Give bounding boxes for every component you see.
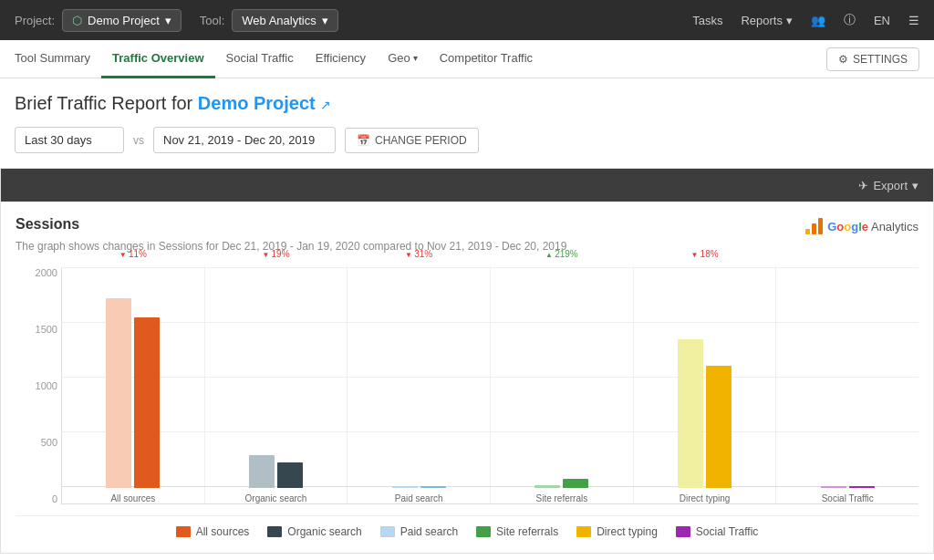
- tab-tool-summary[interactable]: Tool Summary: [15, 40, 101, 78]
- bar-label-direct-typing: Direct typing: [680, 493, 731, 503]
- sub-navigation: Tool Summary Traffic Overview Social Tra…: [0, 40, 934, 78]
- hamburger-icon[interactable]: ☰: [908, 14, 919, 27]
- bar-all-sources-curr: [134, 317, 160, 488]
- vs-label: vs: [133, 134, 144, 147]
- tab-competitor-traffic[interactable]: Competitor Traffic: [429, 40, 544, 78]
- chevron-down-icon: ▾: [786, 14, 793, 27]
- bar-label-all-sources: All sources: [110, 493, 155, 503]
- tab-efficiency[interactable]: Efficiency: [305, 40, 377, 78]
- bar-all-sources-prev: [106, 298, 131, 488]
- chevron-down-icon: ▾: [322, 14, 328, 27]
- bar-label-organic-search: Organic search: [245, 493, 307, 503]
- legend-item-direct-typing: Direct typing: [576, 525, 658, 538]
- chevron-down-icon: ▾: [413, 53, 418, 63]
- legend-swatch-social-traffic: [676, 526, 690, 537]
- legend-swatch-all-sources: [176, 526, 191, 537]
- date-period-selector[interactable]: Last 30 days: [15, 127, 124, 153]
- legend-swatch-direct-typing: [576, 526, 591, 537]
- chart-section: ✈ Export ▾ Sessions Google Analytics: [0, 168, 934, 554]
- legend-swatch-site-referrals: [476, 526, 491, 537]
- settings-button[interactable]: ⚙ SETTINGS: [826, 47, 919, 71]
- bar-referrals-curr: [563, 479, 588, 488]
- chevron-down-icon: ▾: [912, 179, 918, 192]
- tool-selector[interactable]: Web Analytics ▾: [232, 9, 337, 32]
- reports-link[interactable]: Reports ▾: [741, 14, 793, 27]
- chart-header: Sessions Google Analytics: [16, 216, 918, 236]
- bar-direct-curr: [706, 366, 732, 488]
- legend-item-paid-search: Paid search: [380, 525, 458, 538]
- bar-chart: 2000 1500 1000 500 0: [16, 267, 918, 504]
- tab-geo[interactable]: Geo ▾: [377, 40, 429, 78]
- percent-site-referrals: 219%: [545, 249, 578, 259]
- svg-rect-0: [805, 229, 810, 234]
- bar-label-paid-search: Paid search: [395, 493, 443, 503]
- y-label-1000: 1000: [36, 380, 57, 391]
- date-range-display[interactable]: Nov 21, 2019 - Dec 20, 2019: [153, 127, 336, 153]
- date-filter-row: Last 30 days vs Nov 21, 2019 - Dec 20, 2…: [15, 127, 919, 153]
- bar-paid-curr: [420, 486, 446, 488]
- bar-organic-prev: [249, 455, 275, 488]
- google-analytics-label: Google Analytics: [827, 220, 918, 233]
- legend-swatch-organic-search: [267, 526, 282, 537]
- bar-group-social-traffic: Social Traffic: [776, 267, 918, 503]
- y-label-0: 0: [52, 493, 57, 504]
- legend-item-site-referrals: Site referrals: [476, 525, 558, 538]
- language-selector[interactable]: EN: [874, 14, 890, 27]
- page-title: Brief Traffic Report for Demo Project ↗: [15, 93, 919, 114]
- chart-toolbar: ✈ Export ▾: [1, 169, 933, 202]
- svg-rect-1: [812, 223, 816, 234]
- chart-inner: Sessions Google Analytics The graph show…: [1, 202, 933, 553]
- tasks-link[interactable]: Tasks: [692, 14, 722, 27]
- bar-group-direct-typing: 18% Direct typing: [634, 267, 776, 503]
- top-navigation: Project: ⬡ Demo Project ▾ Tool: Web Anal…: [0, 0, 934, 40]
- bar-group-all-sources: 11% All sources: [62, 267, 204, 503]
- gear-icon: ⚙: [838, 53, 848, 66]
- export-button[interactable]: ✈ Export ▾: [858, 179, 918, 192]
- bar-paid-prev: [392, 486, 418, 488]
- y-label-1500: 1500: [36, 324, 57, 335]
- bar-label-social-traffic: Social Traffic: [822, 493, 874, 503]
- legend-swatch-paid-search: [380, 526, 395, 537]
- legend-item-all-sources: All sources: [176, 525, 250, 538]
- bar-social-prev: [821, 486, 846, 488]
- bar-group-site-referrals: 219% Site referrals: [491, 267, 633, 503]
- legend-item-social-traffic: Social Traffic: [676, 525, 758, 538]
- percent-all-sources: 11%: [119, 249, 147, 259]
- bar-label-site-referrals: Site referrals: [536, 493, 588, 503]
- bar-direct-prev: [678, 339, 703, 488]
- export-icon: ✈: [858, 179, 868, 192]
- change-period-button[interactable]: 📅 CHANGE PERIOD: [345, 128, 479, 153]
- percent-paid-search: 31%: [405, 249, 432, 259]
- y-label-2000: 2000: [36, 267, 57, 278]
- bar-group-paid-search: 31% Paid search: [348, 267, 490, 503]
- external-link-icon[interactable]: ↗: [320, 98, 331, 112]
- legend-item-organic-search: Organic search: [267, 525, 361, 538]
- chart-legend: All sources Organic search Paid search S…: [16, 515, 918, 538]
- percent-direct-typing: 18%: [690, 249, 718, 259]
- bar-group-organic-search: 19% Organic search: [205, 267, 348, 503]
- users-icon[interactable]: 👥: [811, 14, 825, 27]
- ga-icon: [804, 216, 824, 236]
- tab-social-traffic[interactable]: Social Traffic: [215, 40, 305, 78]
- tool-name: Web Analytics: [242, 14, 316, 27]
- calendar-icon: 📅: [357, 134, 370, 147]
- bar-referrals-prev: [534, 485, 560, 488]
- percent-organic-search: 19%: [262, 249, 289, 259]
- project-label: Project:: [15, 14, 55, 27]
- help-icon[interactable]: ⓘ: [844, 12, 856, 28]
- bar-social-curr: [849, 486, 875, 488]
- tab-traffic-overview[interactable]: Traffic Overview: [101, 40, 214, 78]
- svg-rect-2: [818, 218, 823, 234]
- y-label-500: 500: [41, 437, 57, 448]
- project-selector[interactable]: ⬡ Demo Project ▾: [62, 9, 182, 32]
- chevron-down-icon: ▾: [165, 14, 171, 27]
- sessions-title: Sessions: [16, 216, 79, 233]
- chart-subtitle: The graph shows changes in Sessions for …: [16, 240, 918, 253]
- main-content: Brief Traffic Report for Demo Project ↗ …: [0, 78, 934, 560]
- google-analytics-logo: Google Analytics: [804, 216, 918, 236]
- bar-organic-curr: [277, 462, 303, 488]
- project-name: Demo Project: [88, 14, 160, 27]
- project-name-link[interactable]: Demo Project: [198, 93, 316, 113]
- tool-label: Tool:: [200, 14, 224, 27]
